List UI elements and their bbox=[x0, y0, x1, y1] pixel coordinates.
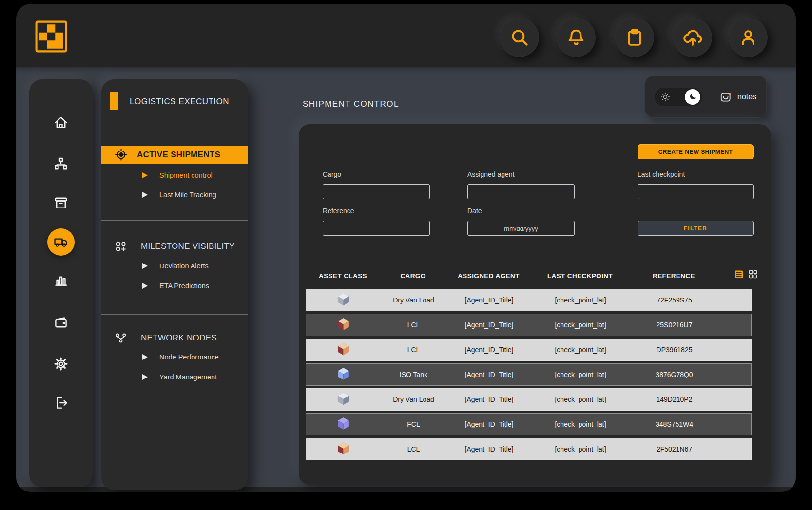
rail-analytics-button[interactable] bbox=[49, 268, 73, 292]
agent-cell: [Agent_ID_Title] bbox=[446, 396, 532, 403]
reference-cell: 25S0216U7 bbox=[629, 321, 719, 329]
table-row[interactable]: LCL [Agent_ID_Title] [check_point_lat] D… bbox=[306, 339, 752, 361]
cargo-cell: LCL bbox=[381, 445, 446, 453]
cloud-upload-icon bbox=[682, 27, 703, 48]
nodes-icon bbox=[115, 332, 127, 344]
user-button[interactable] bbox=[729, 18, 768, 57]
compass-icon bbox=[115, 148, 128, 161]
theme-toggle[interactable] bbox=[655, 88, 702, 106]
gear-icon bbox=[53, 356, 69, 372]
clipboard-icon bbox=[624, 27, 645, 48]
reference-input[interactable] bbox=[323, 221, 430, 236]
search-button[interactable] bbox=[500, 18, 539, 57]
nav-item-label: Yard Management bbox=[159, 373, 217, 381]
last-checkpoint-label: Last checkpoint bbox=[638, 170, 685, 178]
table-row[interactable]: ISO Tank [Agent_ID_Title] [check_point_l… bbox=[306, 363, 752, 386]
triangle-bullet-icon bbox=[142, 354, 148, 360]
table-row[interactable]: FCL [Agent_ID_Title] [check_point_lat] 3… bbox=[306, 413, 752, 435]
grid-view-icon bbox=[748, 269, 758, 280]
notes-icon bbox=[719, 91, 732, 103]
table-row[interactable]: Dry Van Load [Agent_ID_Title] [check_poi… bbox=[306, 388, 752, 411]
asset-class-cube-icon bbox=[337, 392, 349, 405]
clipboard-button[interactable] bbox=[615, 18, 654, 57]
last-checkpoint-input[interactable] bbox=[638, 184, 754, 199]
assigned-agent-label: Assigned agent bbox=[467, 170, 515, 178]
rail-shipments-button-active[interactable] bbox=[47, 228, 75, 256]
asset-class-cube-icon bbox=[337, 442, 349, 455]
list-view-button-active[interactable] bbox=[734, 269, 744, 280]
nav-item-yard-management[interactable]: Yard Management bbox=[142, 372, 217, 382]
asset-class-cube-icon bbox=[337, 318, 349, 331]
notifications-button[interactable] bbox=[557, 18, 596, 57]
divider bbox=[101, 314, 248, 315]
reference-cell: 348S751W4 bbox=[629, 420, 719, 428]
moon-toggle-active[interactable] bbox=[685, 89, 700, 105]
table-row[interactable]: Dry Van Load [Agent_ID_Title] [check_poi… bbox=[306, 289, 752, 311]
nav-item-last-mile-tracking[interactable]: Last Mile Tracking bbox=[142, 189, 216, 200]
divider bbox=[711, 88, 711, 106]
cloud-upload-button[interactable] bbox=[673, 18, 712, 57]
nav-section-label: NETWORK NODES bbox=[141, 333, 217, 343]
rail-archive-button[interactable] bbox=[49, 191, 73, 215]
date-label: Date bbox=[467, 207, 482, 215]
cargo-cell: Dry Van Load bbox=[381, 296, 446, 304]
triangle-bullet-icon bbox=[142, 374, 148, 380]
table-row[interactable]: LCL [Agent_ID_Title] [check_point_lat] 2… bbox=[306, 438, 752, 460]
table-row[interactable]: LCL [Agent_ID_Title] [check_point_lat] 2… bbox=[306, 314, 752, 336]
app-window: LOGISTICS EXECUTION ACTIVE SHIPMENTS Shi… bbox=[16, 4, 796, 492]
view-toggles bbox=[734, 269, 758, 280]
nav-section-label: MILESTONE VISIBILITY bbox=[141, 242, 235, 251]
agent-cell: [Agent_ID_Title] bbox=[446, 296, 532, 304]
nav-item-shipment-control[interactable]: Shipment control bbox=[142, 170, 213, 181]
nav-item-eta-predictions[interactable]: ETA Predictions bbox=[142, 281, 209, 291]
date-input[interactable] bbox=[467, 221, 575, 236]
list-view-icon bbox=[734, 269, 744, 280]
header-controls: notes bbox=[645, 76, 767, 118]
checker-logo-icon bbox=[35, 20, 67, 53]
reference-label: Reference bbox=[323, 207, 354, 215]
nav-item-label: Last Mile Tracking bbox=[159, 191, 216, 199]
column-header-cargo: CARGO bbox=[380, 272, 446, 280]
notes-button[interactable]: notes bbox=[719, 91, 756, 103]
asset-class-cube-icon bbox=[337, 417, 349, 430]
divider bbox=[101, 123, 248, 123]
rail-wallet-button[interactable] bbox=[49, 311, 73, 334]
asset-class-cube-icon bbox=[337, 293, 349, 306]
filter-button[interactable]: FILTER bbox=[638, 221, 754, 236]
triangle-bullet-icon bbox=[142, 192, 148, 198]
cargo-cell: Dry Van Load bbox=[381, 396, 446, 403]
cargo-cell: LCL bbox=[381, 346, 446, 354]
cargo-input[interactable] bbox=[323, 184, 430, 199]
grid-view-button[interactable] bbox=[748, 269, 758, 280]
sun-icon[interactable] bbox=[659, 91, 671, 103]
rail-logout-button[interactable] bbox=[49, 391, 73, 415]
triangle-bullet-icon bbox=[142, 283, 148, 289]
rail-home-button[interactable] bbox=[49, 111, 73, 134]
reference-cell: 72F259S75 bbox=[629, 296, 719, 304]
nav-section-active-shipments[interactable]: ACTIVE SHIPMENTS bbox=[101, 146, 248, 164]
notes-label: notes bbox=[737, 93, 756, 101]
nav-item-node-performance[interactable]: Node Performance bbox=[142, 352, 219, 362]
wallet-icon bbox=[53, 314, 69, 331]
bar-chart-icon bbox=[53, 272, 69, 288]
column-header-last-checkpoint: LAST CHECKPOINT bbox=[531, 272, 629, 280]
agent-cell: [Agent_ID_Title] bbox=[446, 445, 532, 453]
agent-cell: [Agent_ID_Title] bbox=[446, 321, 532, 329]
nav-item-label: ETA Predictions bbox=[159, 282, 209, 290]
asset-class-cube-icon bbox=[337, 367, 349, 380]
nav-section-label: ACTIVE SHIPMENTS bbox=[137, 150, 220, 160]
rail-settings-button[interactable] bbox=[49, 352, 73, 376]
create-new-shipment-button[interactable]: CREATE NEW SHIPMENT bbox=[638, 144, 754, 159]
rail-network-button[interactable] bbox=[49, 153, 73, 176]
nav-section-network-nodes[interactable]: NETWORK NODES bbox=[115, 332, 217, 344]
app-logo[interactable] bbox=[35, 20, 67, 53]
assigned-agent-input[interactable] bbox=[467, 184, 575, 199]
checkpoint-cell: [check_point_lat] bbox=[532, 396, 629, 403]
nav-section-milestone-visibility[interactable]: MILESTONE VISIBILITY bbox=[115, 240, 235, 253]
nav-title-bullet bbox=[110, 92, 118, 110]
triangle-bullet-icon bbox=[142, 263, 148, 269]
logout-icon bbox=[53, 395, 69, 411]
reference-cell: 149D210P2 bbox=[629, 396, 719, 403]
nav-item-deviation-alerts[interactable]: Deviation Alerts bbox=[142, 261, 209, 271]
icon-sidebar bbox=[29, 79, 93, 487]
